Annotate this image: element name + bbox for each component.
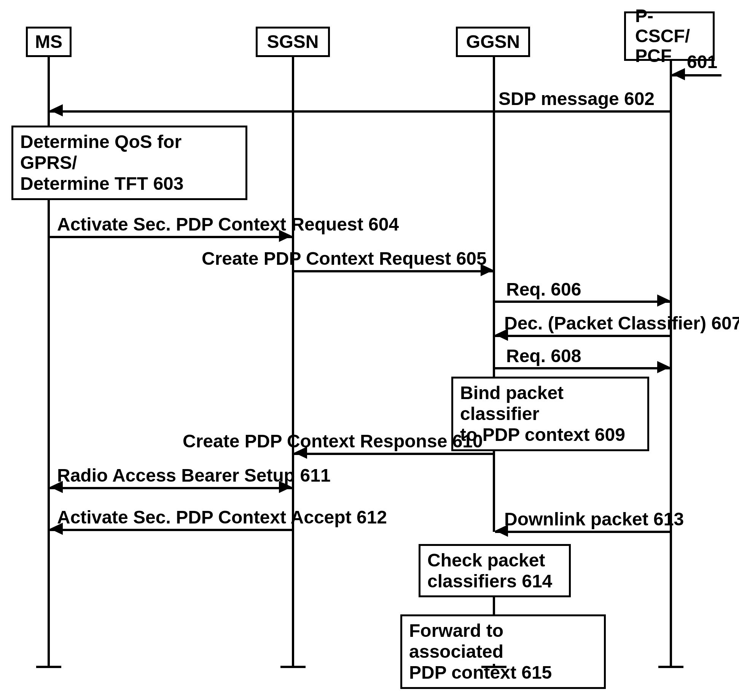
note-614: Check packet classifiers 614	[419, 544, 571, 597]
msg-608-arrow	[657, 361, 670, 373]
msg-605	[294, 270, 494, 272]
msg-611-label: Radio Access Bearer Setup 611	[57, 465, 331, 486]
msg-605-label: Create PDP Context Request 605	[202, 248, 487, 269]
external-msg-601-label: 601	[687, 51, 717, 72]
participant-ms: MS	[26, 27, 72, 57]
msg-607	[495, 335, 670, 337]
msg-606	[495, 301, 670, 303]
note-603-text: Determine QoS for GPRS/ Determine TFT 60…	[20, 132, 183, 194]
lifeline-foot-sgsn	[280, 666, 306, 668]
lifeline-foot-pcscf	[658, 666, 683, 668]
sequence-diagram: MS SGSN GGSN P-CSCF/ PCF 601 SDP message…	[0, 0, 739, 700]
participant-ms-label: MS	[35, 32, 62, 52]
note-615-text: Forward to associated PDP context 615	[409, 620, 552, 682]
lifeline-ggsn-tail	[493, 664, 495, 668]
msg-602-label: SDP message 602	[499, 88, 655, 109]
participant-ggsn: GGSN	[456, 27, 530, 57]
lifeline-ggsn	[493, 57, 495, 532]
msg-606-arrow	[657, 294, 670, 307]
msg-604	[50, 236, 292, 238]
external-msg-601-arrow	[672, 68, 685, 80]
msg-611	[50, 487, 292, 489]
participant-sgsn: SGSN	[256, 27, 330, 57]
note-614-text: Check packet classifiers 614	[427, 550, 552, 591]
msg-604-label: Activate Sec. PDP Context Request 604	[57, 214, 399, 235]
msg-606-label: Req. 606	[506, 279, 581, 300]
note-603: Determine QoS for GPRS/ Determine TFT 60…	[11, 126, 247, 200]
msg-608-label: Req. 608	[506, 345, 581, 366]
lifeline-sgsn	[292, 57, 294, 666]
msg-607-label: Dec. (Packet Classifier) 607	[504, 313, 739, 334]
msg-610-label: Create PDP Context Response 610	[183, 431, 483, 452]
msg-612-label: Activate Sec. PDP Context Accept 612	[57, 507, 387, 528]
participant-sgsn-label: SGSN	[267, 32, 319, 52]
note-609-text: Bind packet classifier to PDP context 60…	[460, 383, 625, 445]
msg-612	[50, 529, 292, 531]
msg-610	[294, 453, 494, 455]
msg-602-arrow	[50, 104, 63, 116]
msg-613-label: Downlink packet 613	[504, 509, 684, 530]
connector-614-615	[493, 597, 495, 616]
msg-602	[50, 110, 672, 113]
participant-ggsn-label: GGSN	[466, 32, 520, 52]
lifeline-foot-ms	[36, 666, 61, 668]
msg-613	[495, 531, 670, 533]
note-615: Forward to associated PDP context 615	[400, 614, 606, 689]
msg-608	[495, 367, 670, 369]
